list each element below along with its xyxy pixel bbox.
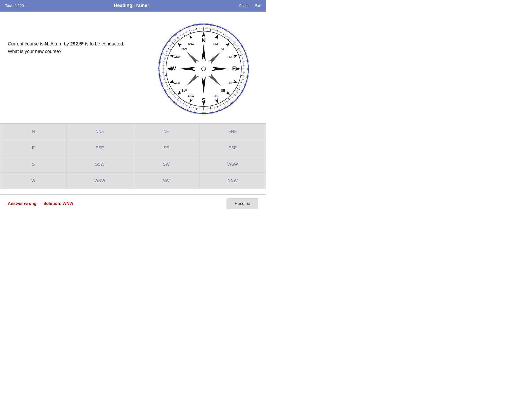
compass-diagram: // This won't run in SVG context inline,… [154,19,253,118]
svg-line-84 [243,72,245,72]
svg-text:180: 180 [202,112,205,115]
question-panel: Current course is N. A turn by 292.5° is… [8,19,144,55]
answer-ENE[interactable]: ENE [200,124,266,140]
svg-point-155 [202,67,206,71]
svg-text:NNE: NNE [213,43,219,45]
answer-grid: N NNE NE ENE E ESE SE SSE S SSW SW WSW W… [0,123,266,189]
svg-text:S: S [202,97,206,103]
svg-text:NNW: NNW [188,43,194,45]
solution-value: WNW [63,201,74,206]
svg-text:W: W [171,65,176,72]
compass-panel: // This won't run in SVG context inline,… [149,19,258,118]
answer-SE[interactable]: SE [133,140,200,156]
svg-text:90: 90 [247,68,249,70]
task-counter: Task: 1 / 20 [5,4,24,8]
svg-text:ESE: ESE [228,82,233,84]
answer-NW[interactable]: NW [133,173,200,189]
svg-text:270: 270 [158,67,161,71]
svg-text:0: 0 [203,23,204,26]
main-content: Current course is N. A turn by 292.5° is… [0,12,266,123]
wrong-label: Answer wrong. [8,201,38,206]
svg-text:WNW: WNW [174,56,181,58]
svg-text:ENE: ENE [228,56,233,58]
compass-svg: // This won't run in SVG context inline,… [154,19,253,118]
pause-button[interactable]: Pause [239,4,250,8]
svg-line-75 [207,28,207,30]
svg-text:N: N [202,37,206,44]
answer-SW[interactable]: SW [133,156,200,173]
svg-text:E: E [232,65,236,72]
svg-text:SE: SE [221,89,225,92]
svg-text:NW: NW [181,47,187,51]
resume-button[interactable]: Resume [227,198,258,209]
answer-WSW[interactable]: WSW [200,156,266,173]
answer-E[interactable]: E [0,140,67,156]
answer-NE[interactable]: NE [133,124,200,140]
svg-text:SSE: SSE [214,95,219,97]
exit-button[interactable]: Exit [255,4,261,8]
svg-text:NE: NE [221,47,225,51]
answer-WNW[interactable]: WNW [67,173,133,189]
footer: Answer wrong. Solution: WNW Resume [0,194,266,213]
svg-line-92 [207,108,207,110]
answer-W[interactable]: W [0,173,67,189]
svg-text:SSW: SSW [188,95,194,97]
answer-NNE[interactable]: NNE [67,124,133,140]
feedback-area: Answer wrong. Solution: WNW [8,201,73,206]
answer-N[interactable]: N [0,124,67,140]
app-title: Heading Trainer [114,3,149,8]
header-actions: Pause Exit [239,4,261,8]
svg-text:WSW: WSW [174,82,181,84]
answer-NNW[interactable]: NNW [200,173,266,189]
svg-text:10: 10 [210,24,213,27]
app-header: Task: 1 / 20 Heading Trainer Pause Exit [0,0,266,12]
answer-ESE[interactable]: ESE [67,140,133,156]
answer-S[interactable]: S [0,156,67,173]
svg-text:SW: SW [182,89,187,92]
question-text: Current course is N. A turn by 292.5° is… [8,40,144,55]
answer-SSW[interactable]: SSW [67,156,133,173]
svg-text:80: 80 [246,60,249,63]
solution-label: Solution: WNW [43,201,74,206]
answer-SSE[interactable]: SSE [200,140,266,156]
